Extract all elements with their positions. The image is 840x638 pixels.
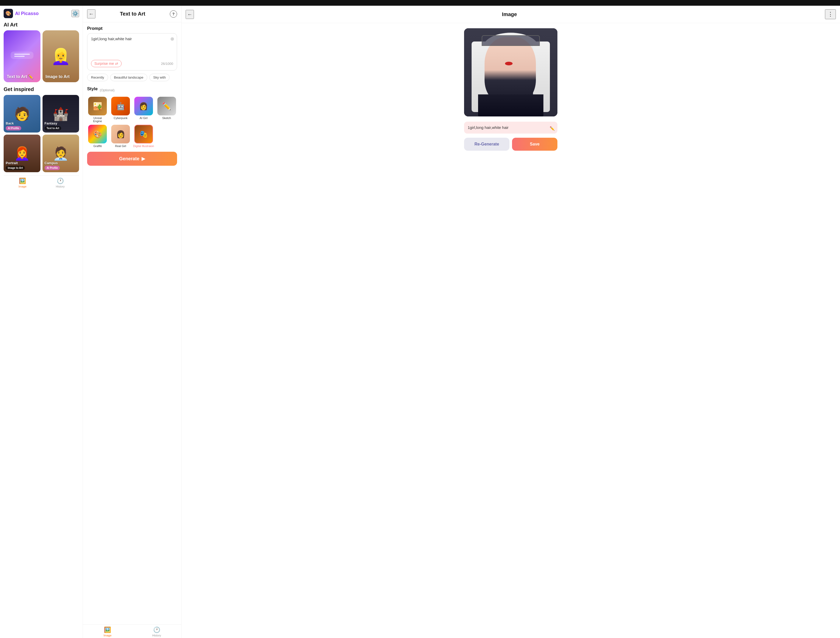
status-bar (0, 0, 840, 6)
inspired-label-back: Back (6, 121, 14, 125)
generated-image-container (464, 28, 557, 116)
style-thumb-cyberpunk: 🤖 (111, 97, 130, 116)
prompt-input[interactable]: 1girl,long hair,white hair (91, 36, 173, 57)
prompt-display: 1girl,long hair,white hair ✏️ (464, 122, 557, 133)
nav-image-middle[interactable]: 🖼️ Image (83, 627, 132, 637)
prompt-bottom-row: Surprise me ⇄ 26/1000 (91, 60, 173, 67)
inspired-card-portrait[interactable]: 👩‍🦰 Portrait Image to Art (4, 135, 41, 172)
style-header: Style (Optional) (87, 86, 177, 93)
app-header: 🎨 AI Picasso ⚙️ (4, 9, 79, 18)
style-unreal-engine[interactable]: 🏜️ UnrealEngine (87, 97, 108, 123)
middle-header: ← Text to Art ? (83, 6, 181, 22)
generated-image (464, 28, 557, 116)
left-panel: 🎨 AI Picasso ⚙️ AI Art Text to Art ✏️ (0, 6, 83, 638)
right-content: 1girl,long hair,white hair ✏️ Re-Generat… (182, 23, 840, 638)
nav-image-left[interactable]: 🖼️ Image (4, 178, 41, 188)
tag-sky-with[interactable]: Sky with (149, 74, 169, 81)
card-mockup (11, 52, 33, 59)
nav-history-middle[interactable]: 🕐 History (132, 627, 182, 637)
save-button[interactable]: Save (512, 138, 557, 151)
inspired-label-campus: Campus (44, 161, 58, 165)
middle-content: Prompt ⊗ 1girl,long hair,white hair Surp… (83, 22, 181, 624)
logo-emoji: 🎨 (5, 11, 11, 16)
text-to-art-card[interactable]: Text to Art ✏️ (4, 30, 41, 82)
image-nav-icon-left: 🖼️ (19, 178, 26, 184)
style-thumb-unreal: 🏜️ (88, 97, 107, 116)
history-nav-icon-middle: 🕐 (153, 627, 160, 633)
mockup-lines (14, 54, 30, 57)
face-shape (485, 37, 536, 103)
style-name-graffiti: Graffiti (93, 144, 102, 147)
image-nav-icon-middle: 🖼️ (104, 627, 111, 633)
fantasy-badge: Text to Art (44, 126, 62, 130)
history-nav-icon-left: 🕐 (57, 178, 64, 184)
style-real-girl[interactable]: 👩 Real Girl (110, 125, 131, 147)
style-name-realgirl: Real Girl (115, 144, 126, 147)
back-button-right[interactable]: ← (186, 10, 194, 19)
inspired-label-fantasy: Fantasy (44, 121, 57, 125)
text-to-art-label: Text to Art ✏️ (7, 74, 33, 79)
inspired-grid: 🧑 Back AI Profile 🏰 Fantasy Text to Art … (4, 95, 79, 172)
style-graffiti[interactable]: 🎨 Graffiti (87, 125, 108, 147)
action-buttons: Re-Generate Save (464, 138, 557, 151)
inspired-card-fantasy[interactable]: 🏰 Fantasy Text to Art (43, 95, 79, 133)
tags-row: Recently Beautiful landscape Sky with (87, 74, 177, 82)
style-name-sketch: Sketch (162, 116, 171, 120)
app-name: AI Picasso (15, 11, 39, 16)
style-optional: (Optional) (100, 88, 115, 92)
logo-icon: 🎨 (4, 9, 13, 18)
style-sketch[interactable]: ✏️ Sketch (156, 97, 177, 123)
middle-bottom-nav: 🖼️ Image 🕐 History (83, 624, 181, 638)
edit-icon[interactable]: ✏️ (549, 126, 555, 131)
clear-prompt-button[interactable]: ⊗ (171, 36, 174, 42)
helmet-detail (482, 35, 540, 46)
ai-art-title: AI Art (4, 22, 79, 28)
style-label: Style (87, 86, 98, 92)
generate-icon: ▶ (142, 156, 145, 161)
ai-profile-badge: AI Profile (6, 126, 21, 130)
eye-detail (505, 62, 513, 65)
tag-beautiful-landscape[interactable]: Beautiful landscape (110, 74, 147, 81)
get-inspired-title: Get inspired (4, 86, 79, 92)
left-bottom-nav: 🖼️ Image 🕐 History (4, 175, 79, 189)
style-ai-girl[interactable]: 👩 AI Girl (133, 97, 154, 123)
regenerate-button[interactable]: Re-Generate (464, 138, 510, 151)
pencil-icon: ✏️ (28, 74, 33, 79)
style-name-unreal: UnrealEngine (93, 116, 102, 123)
inspired-label-portrait: Portrait (6, 161, 17, 165)
portrait-badge: Image to Art (6, 166, 25, 170)
back-button-middle[interactable]: ← (87, 9, 95, 18)
surprise-me-button[interactable]: Surprise me ⇄ (91, 60, 122, 67)
middle-title: Text to Art (120, 11, 145, 17)
shuffle-icon: ⇄ (115, 62, 118, 66)
inspired-card-ai-profile[interactable]: 🧑 Back AI Profile (4, 95, 41, 133)
right-panel: ← Image ⋮ (182, 6, 840, 638)
prompt-display-text: 1girl,long hair,white hair (468, 125, 508, 130)
prompt-box: ⊗ 1girl,long hair,white hair Surprise me… (87, 33, 177, 71)
mockup-line-1 (14, 54, 30, 55)
style-name-digital: Digital Illustraion (133, 144, 154, 147)
style-thumb-realgirl: 👩 (111, 125, 130, 143)
image-to-art-label: Image to Art (46, 74, 70, 79)
image-to-art-card[interactable]: 👱‍♀️ Image to Art (43, 30, 79, 82)
style-name-cyberpunk: Cyberpunk (114, 116, 128, 120)
style-cyberpunk[interactable]: 🤖 Cyberpunk (110, 97, 131, 123)
style-thumb-graffiti: 🎨 (88, 125, 107, 143)
prompt-label: Prompt (87, 26, 177, 31)
style-thumb-aigirl: 👩 (134, 97, 153, 116)
more-options-button[interactable]: ⋮ (825, 9, 836, 19)
help-button[interactable]: ? (170, 10, 177, 17)
middle-panel: ← Text to Art ? Prompt ⊗ 1girl,long hair… (83, 6, 182, 638)
settings-button[interactable]: ⚙️ (71, 10, 79, 17)
nav-history-left[interactable]: 🕐 History (41, 178, 79, 188)
mockup-line-2 (14, 56, 25, 57)
tag-recently[interactable]: Recently (87, 74, 108, 81)
main-cards-row: Text to Art ✏️ 👱‍♀️ Image to Art (4, 30, 79, 82)
style-thumb-digital: 🎭 (134, 125, 153, 143)
char-count: 26/1000 (161, 62, 173, 66)
generate-button[interactable]: Generate ▶ (87, 152, 177, 166)
inspired-card-campus[interactable]: 🧑‍💼 Campus AI Profile (43, 135, 79, 172)
right-title: Image (502, 11, 517, 17)
app-logo: 🎨 AI Picasso (4, 9, 39, 18)
style-digital-illustration[interactable]: 🎭 Digital Illustraion (133, 125, 154, 147)
